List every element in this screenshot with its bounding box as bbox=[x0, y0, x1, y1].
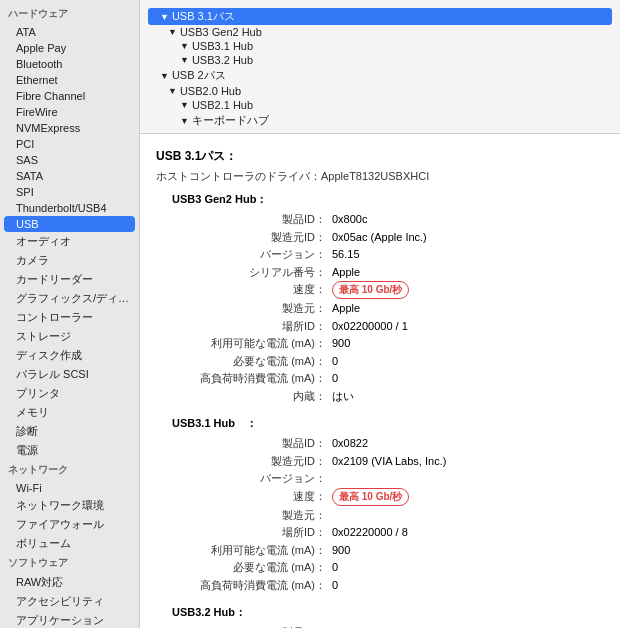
tree-arrow-icon: ▼ bbox=[180, 100, 189, 110]
sidebar-item[interactable]: Wi-Fi bbox=[0, 480, 139, 496]
sidebar-item[interactable]: ディスク作成 bbox=[0, 346, 139, 365]
prop-label: 利用可能な電流 (mA)： bbox=[172, 335, 332, 352]
sidebar-item[interactable]: Thunderbolt/USB4 bbox=[0, 200, 139, 216]
prop-value: 0x02200000 / 1 bbox=[332, 318, 604, 335]
sidebar-item[interactable]: PCI bbox=[0, 136, 139, 152]
sidebar-section-header: ネットワーク bbox=[0, 460, 139, 480]
sidebar-item[interactable]: USB bbox=[4, 216, 135, 232]
prop-value: 0 bbox=[332, 577, 604, 594]
sidebar-item[interactable]: ネットワーク環境 bbox=[0, 496, 139, 515]
prop-row: 高負荷時消費電流 (mA)：0 bbox=[172, 577, 604, 594]
prop-value: Apple bbox=[332, 264, 604, 281]
prop-row: 製品ID：0x800c bbox=[172, 211, 604, 228]
prop-value: 0x2109 (VIA Labs, Inc.) bbox=[332, 453, 604, 470]
sidebar-item[interactable]: Apple Pay bbox=[0, 40, 139, 56]
prop-value: 0x05ac (Apple Inc.) bbox=[332, 229, 604, 246]
sidebar-item[interactable]: アクセシビリティ bbox=[0, 592, 139, 611]
host-controller-value: AppleT8132USBXHCI bbox=[321, 170, 429, 182]
tree-arrow-icon: ▼ bbox=[180, 41, 189, 51]
tree-item-label: USB 2パス bbox=[172, 68, 226, 83]
sidebar-item[interactable]: Fibre Channel bbox=[0, 88, 139, 104]
tree-item-label: USB3.2 Hub bbox=[192, 54, 253, 66]
prop-row: 製造元： bbox=[172, 507, 604, 524]
sidebar-item[interactable]: FireWire bbox=[0, 104, 139, 120]
device-block: USB3.2 Hub：製品ID：0x0411製造元ID：0x0bda (Real… bbox=[156, 605, 604, 628]
device-block: USB3 Gen2 Hub：製品ID：0x800c製造元ID：0x05ac (A… bbox=[156, 192, 604, 404]
sidebar-item[interactable]: コントローラー bbox=[0, 308, 139, 327]
device-title: USB3.1 Hub ： bbox=[172, 416, 604, 431]
sidebar-item[interactable]: カードリーダー bbox=[0, 270, 139, 289]
sidebar-item[interactable]: オーディオ bbox=[0, 232, 139, 251]
tree-item[interactable]: ▼キーボードハブ bbox=[148, 112, 612, 129]
tree-arrow-icon: ▼ bbox=[168, 27, 177, 37]
sidebar-item[interactable]: 診断 bbox=[0, 422, 139, 441]
prop-value: はい bbox=[332, 388, 604, 405]
sidebar-item[interactable]: アプリケーション bbox=[0, 611, 139, 628]
prop-label: 高負荷時消費電流 (mA)： bbox=[172, 577, 332, 594]
sidebar-item[interactable]: カメラ bbox=[0, 251, 139, 270]
sidebar-item[interactable]: RAW対応 bbox=[0, 573, 139, 592]
tree-item-label: USB2.1 Hub bbox=[192, 99, 253, 111]
sidebar-item[interactable]: ATA bbox=[0, 24, 139, 40]
sidebar-item[interactable]: ファイアウォール bbox=[0, 515, 139, 534]
tree-item[interactable]: ▼USB 2パス bbox=[148, 67, 612, 84]
tree-item[interactable]: ▼USB2.0 Hub bbox=[148, 84, 612, 98]
sidebar-item[interactable]: Bluetooth bbox=[0, 56, 139, 72]
prop-label: 製造元： bbox=[172, 300, 332, 317]
sidebar-item[interactable]: ボリューム bbox=[0, 534, 139, 553]
tree-item[interactable]: ▼USB2.1 Hub bbox=[148, 98, 612, 112]
prop-value: 0 bbox=[332, 353, 604, 370]
sidebar-item[interactable]: NVMExpress bbox=[0, 120, 139, 136]
device-block: USB3.1 Hub ：製品ID：0x0822製造元ID：0x2109 (VIA… bbox=[156, 416, 604, 593]
prop-row: バージョン： bbox=[172, 470, 604, 487]
prop-row: 利用可能な電流 (mA)：900 bbox=[172, 335, 604, 352]
detail-panel: USB 3.1パス：ホストコントローラのドライバ：AppleT8132USBXH… bbox=[140, 134, 620, 628]
tree-item-label: USB 3.1パス bbox=[172, 9, 235, 24]
sidebar-item[interactable]: ストレージ bbox=[0, 327, 139, 346]
prop-value: 56.15 bbox=[332, 246, 604, 263]
prop-label: 必要な電流 (mA)： bbox=[172, 353, 332, 370]
tree-item[interactable]: ▼USB3.1 Hub bbox=[148, 39, 612, 53]
prop-row: 速度：最高 10 Gb/秒 bbox=[172, 488, 604, 506]
prop-label: バージョン： bbox=[172, 470, 332, 487]
device-title: USB3 Gen2 Hub： bbox=[172, 192, 604, 207]
tree-item[interactable]: ▼USB3 Gen2 Hub bbox=[148, 25, 612, 39]
sidebar-item[interactable]: パラレル SCSI bbox=[0, 365, 139, 384]
sidebar-item[interactable]: Ethernet bbox=[0, 72, 139, 88]
prop-row: 製品ID：0x0822 bbox=[172, 435, 604, 452]
sidebar-item[interactable]: プリンタ bbox=[0, 384, 139, 403]
sidebar-item[interactable]: SATA bbox=[0, 168, 139, 184]
sidebar-item[interactable]: SPI bbox=[0, 184, 139, 200]
prop-row: 場所ID：0x02200000 / 1 bbox=[172, 318, 604, 335]
device-title: USB3.2 Hub： bbox=[172, 605, 604, 620]
sidebar-item[interactable]: 電源 bbox=[0, 441, 139, 460]
prop-row: 必要な電流 (mA)：0 bbox=[172, 353, 604, 370]
prop-label: 製品ID： bbox=[172, 624, 332, 628]
prop-label: 場所ID： bbox=[172, 318, 332, 335]
tree-arrow-icon: ▼ bbox=[180, 116, 189, 126]
sidebar-item[interactable]: SAS bbox=[0, 152, 139, 168]
sidebar: ハードウェアATAApple PayBluetoothEthernetFibre… bbox=[0, 0, 140, 628]
tree-arrow-icon: ▼ bbox=[180, 55, 189, 65]
prop-label: 速度： bbox=[172, 281, 332, 299]
tree-item-label: USB3 Gen2 Hub bbox=[180, 26, 262, 38]
prop-row: 必要な電流 (mA)：0 bbox=[172, 559, 604, 576]
tree-item[interactable]: ▼USB 3.1パス bbox=[148, 8, 612, 25]
prop-value: 0x0822 bbox=[332, 435, 604, 452]
prop-value: Apple bbox=[332, 300, 604, 317]
prop-label: 製造元： bbox=[172, 507, 332, 524]
prop-value: 0 bbox=[332, 559, 604, 576]
tree-item[interactable]: ▼USB3.2 Hub bbox=[148, 53, 612, 67]
prop-label: 場所ID： bbox=[172, 524, 332, 541]
prop-label: 内蔵： bbox=[172, 388, 332, 405]
prop-label: 速度： bbox=[172, 488, 332, 506]
sidebar-item[interactable]: メモリ bbox=[0, 403, 139, 422]
sidebar-item[interactable]: グラフィックス/ディスプレイ bbox=[0, 289, 139, 308]
tree-arrow-icon: ▼ bbox=[160, 12, 169, 22]
prop-label: バージョン： bbox=[172, 246, 332, 263]
sidebar-section-header: ハードウェア bbox=[0, 4, 139, 24]
main-content: ▼USB 3.1パス▼USB3 Gen2 Hub▼USB3.1 Hub▼USB3… bbox=[140, 0, 620, 628]
prop-row: バージョン：56.15 bbox=[172, 246, 604, 263]
prop-value: 0x800c bbox=[332, 211, 604, 228]
prop-label: 必要な電流 (mA)： bbox=[172, 559, 332, 576]
